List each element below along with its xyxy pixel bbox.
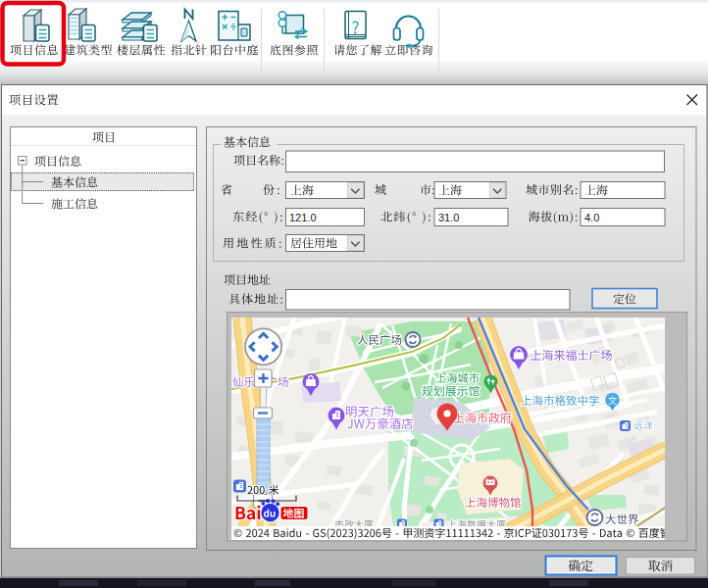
svg-text:31.0: 31.0 bbox=[438, 212, 459, 223]
svg-text:4.0: 4.0 bbox=[584, 212, 599, 223]
svg-text:121.0: 121.0 bbox=[289, 212, 317, 223]
